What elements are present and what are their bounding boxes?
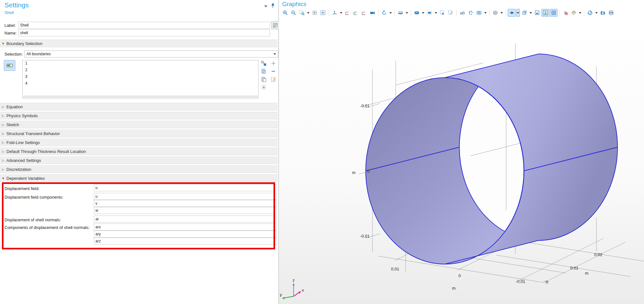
selection-active-toggle-button[interactable] <box>4 60 15 71</box>
remove-from-selection-icon[interactable] <box>270 68 276 74</box>
zoom-to-selection-small-icon[interactable] <box>260 84 267 90</box>
label-field-label: Label: <box>4 23 19 28</box>
zoom-out-icon[interactable] <box>290 9 297 17</box>
section-header-discretization[interactable]: ▷Discretization <box>0 165 278 173</box>
hiding-options-dropdown-caret[interactable] <box>483 9 487 17</box>
section-collapsed-arrow-icon: ▷ <box>0 168 6 171</box>
graphics-title: Graphics <box>282 1 306 8</box>
section-collapsed-arrow-icon: ▷ <box>0 132 6 135</box>
section-collapsed-arrow-icon: ▷ <box>0 123 6 126</box>
section-header-physics-symbols[interactable]: ▷Physics Symbols <box>0 112 278 119</box>
section-header-advanced-settings[interactable]: ▷Advanced Settings <box>0 156 278 164</box>
toolbar-separator <box>329 10 329 16</box>
section-expanded-arrow-icon: ▼ <box>0 42 6 45</box>
directional-light-icon[interactable] <box>508 9 515 17</box>
transparency-dropdown-caret[interactable] <box>529 9 533 17</box>
toolbar-separator <box>456 10 457 16</box>
list-item[interactable]: 3 <box>23 74 258 80</box>
show-grid-icon[interactable] <box>550 9 558 17</box>
boundary-selection-list[interactable]: 1 2 3 4 <box>22 60 258 98</box>
link-selection-icon[interactable] <box>260 60 267 66</box>
directional-light-dropdown-caret[interactable] <box>516 9 520 17</box>
toolbar-separator <box>489 10 490 16</box>
view-xy-icon[interactable]: xy <box>344 9 351 17</box>
rotate-dropdown-caret[interactable] <box>389 9 393 17</box>
pin-icon[interactable] <box>271 3 275 10</box>
dropdown-caret-icon <box>273 53 276 55</box>
default-3d-view-dropdown-caret[interactable] <box>339 9 343 17</box>
scene-light-icon[interactable] <box>397 9 404 17</box>
section-header-structural-transient-behavior[interactable]: ▷Structural Transient Behavior <box>0 130 278 137</box>
rotate-icon[interactable] <box>380 9 388 17</box>
settings-subtitle: Shell <box>4 10 14 15</box>
transparency-cube-icon[interactable] <box>520 9 528 17</box>
reset-hiding-icon[interactable] <box>467 9 475 17</box>
deselect-box-icon[interactable] <box>447 9 454 17</box>
hide-objects-glasses-icon[interactable] <box>459 9 466 17</box>
environment-reflections-icon[interactable] <box>413 9 421 17</box>
toolbar-separator <box>584 10 584 16</box>
default-3d-view-icon[interactable] <box>331 9 339 17</box>
right-axis-tick: 0 <box>546 280 548 285</box>
selection-dropdown[interactable]: All boundaries <box>24 50 278 57</box>
application-window: Settings Shell Label: Name: ▼ Boundary S… <box>0 0 644 304</box>
color-palette-dropdown-caret[interactable] <box>578 9 582 17</box>
triad-z-label: z <box>293 278 295 283</box>
list-item[interactable]: 2 <box>23 67 258 74</box>
copy-selection-icon[interactable] <box>260 68 267 74</box>
paste-selection-icon[interactable] <box>260 76 267 82</box>
left-axis-tick: 0.01 <box>362 103 370 108</box>
edit-label-button[interactable] <box>271 21 280 29</box>
select-box-icon[interactable] <box>438 9 446 17</box>
label-input[interactable] <box>19 22 270 29</box>
hide-labels-eraser-icon[interactable] <box>562 9 569 17</box>
print-icon[interactable] <box>607 9 615 17</box>
section-collapsed-arrow-icon: ▷ <box>0 150 6 153</box>
zoom-box-dropdown-caret[interactable] <box>306 9 310 17</box>
toolbar-separator <box>378 10 378 16</box>
front-axis-tick: 0 <box>458 273 461 278</box>
section-header-equation[interactable]: ▷Equation <box>0 103 278 110</box>
graphics-canvas[interactable]: 0.01 0 -0.01 m 0.01 0 -0.01 m 0 0.01 0.0… <box>279 19 644 304</box>
skybox-dropdown-caret[interactable] <box>434 9 438 17</box>
toolbar-separator <box>411 10 411 16</box>
name-input[interactable] <box>19 29 270 36</box>
settings-title: Settings <box>4 1 29 9</box>
create-selection-icon[interactable] <box>270 76 276 82</box>
section-header-dependent-variables[interactable]: ▼Dependent Variables <box>0 174 278 182</box>
panel-menu-chevron-icon[interactable] <box>264 5 267 7</box>
list-item[interactable]: 4 <box>23 80 258 87</box>
animation-aperture-icon[interactable] <box>586 9 594 17</box>
color-palette-icon[interactable] <box>570 9 578 17</box>
section-header-fold-line-settings[interactable]: ▷Fold-Line Settings <box>0 139 278 146</box>
section-header-sketch[interactable]: ▷Sketch <box>0 121 278 128</box>
skybox-icon[interactable] <box>426 9 433 17</box>
zoom-box-icon[interactable] <box>298 9 306 17</box>
zoom-extents-icon[interactable] <box>311 9 318 17</box>
show-axis-orientation-icon[interactable] <box>542 9 549 17</box>
wireframe-dropdown-caret[interactable] <box>500 9 504 17</box>
hiding-options-eye-icon[interactable] <box>475 9 483 17</box>
scene-light-dropdown-caret[interactable] <box>405 9 409 17</box>
screenshot-camera-icon[interactable] <box>599 9 607 17</box>
horizontal-scrollbar[interactable] <box>23 95 258 98</box>
add-to-selection-icon[interactable] <box>270 60 276 66</box>
material-rendering-box-icon[interactable] <box>533 9 541 17</box>
left-axis-tick: 0 <box>367 169 370 174</box>
zoom-to-selection-icon[interactable] <box>319 9 327 17</box>
front-axis-tick: 0.01 <box>391 267 399 271</box>
list-item[interactable]: 1 <box>23 60 258 67</box>
environment-reflections-dropdown-caret[interactable] <box>421 9 425 17</box>
svg-text:xy: xy <box>346 11 348 13</box>
view-xz-icon[interactable]: xz <box>360 9 368 17</box>
section-collapsed-arrow-icon: ▷ <box>0 141 6 144</box>
wireframe-globe-icon[interactable] <box>491 9 499 17</box>
front-axis-unit: m <box>452 286 456 291</box>
view-yz-icon[interactable]: yz <box>352 9 360 17</box>
section-header-default-through-thickness-result-location[interactable]: ▷Default Through-Thickness Result Locati… <box>0 148 278 155</box>
triad-x-label: x <box>302 288 304 293</box>
animation-dropdown-caret[interactable] <box>595 9 598 17</box>
zoom-in-icon[interactable] <box>281 9 289 17</box>
go-to-view-camera-icon[interactable] <box>369 9 376 17</box>
section-header-boundary-selection[interactable]: ▼ Boundary Selection <box>0 40 278 47</box>
